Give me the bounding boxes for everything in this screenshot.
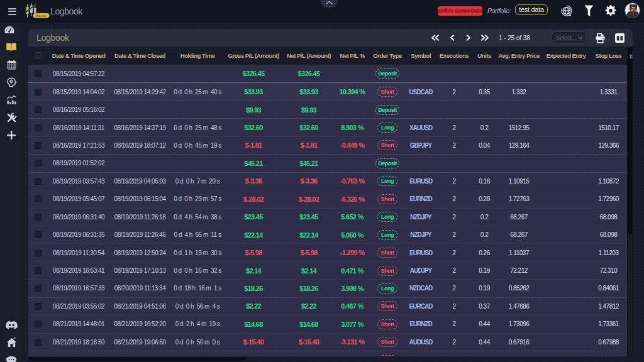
svg-text:Master: Master — [35, 14, 47, 18]
